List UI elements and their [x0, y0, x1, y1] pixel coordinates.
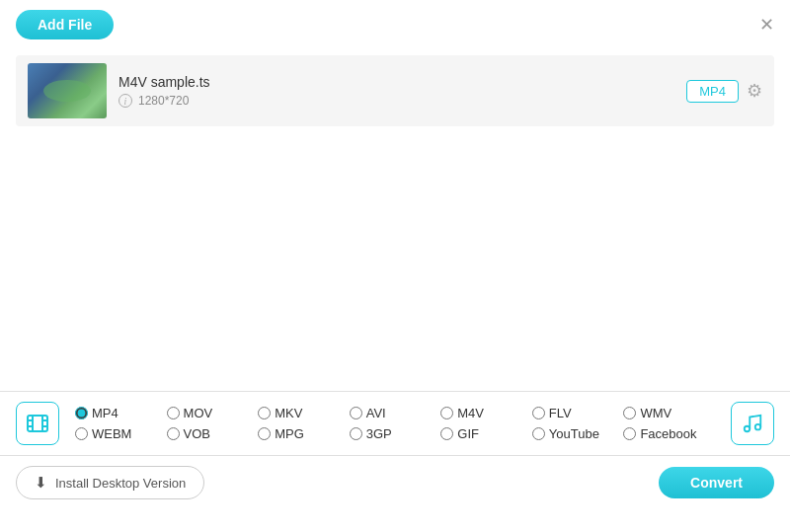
format-option-vob[interactable]: VOB: [167, 426, 259, 441]
format-option-mpg[interactable]: MPG: [258, 426, 350, 441]
install-desktop-button[interactable]: ⬇ Install Desktop Version: [16, 466, 204, 499]
file-item: M4V sample.ts i 1280*720 MP4 ⚙: [16, 55, 774, 126]
action-bar: ⬇ Install Desktop Version Convert: [0, 455, 790, 509]
top-bar: Add File ✕: [0, 0, 790, 47]
file-list: M4V sample.ts i 1280*720 MP4 ⚙: [0, 47, 790, 134]
video-format-button[interactable]: [16, 402, 59, 445]
install-label: Install Desktop Version: [55, 476, 186, 491]
info-icon: i: [118, 94, 132, 108]
format-option-mov[interactable]: MOV: [167, 406, 259, 420]
svg-point-7: [745, 426, 750, 432]
format-badge-button[interactable]: MP4: [686, 80, 739, 103]
file-actions: MP4 ⚙: [686, 80, 762, 103]
format-option-gif[interactable]: GIF: [440, 426, 532, 441]
audio-format-button[interactable]: [731, 402, 774, 445]
file-info: M4V sample.ts i 1280*720: [118, 74, 674, 108]
file-meta: i 1280*720: [118, 94, 674, 108]
format-option-mp4[interactable]: MP4: [75, 406, 167, 420]
format-option-flv[interactable]: FLV: [532, 406, 624, 420]
format-option-webm[interactable]: WEBM: [75, 426, 167, 441]
format-bar: MP4 MOV MKV AVI M4V FLV WMV WEBM VOB MPG: [0, 391, 790, 455]
content-area: [0, 134, 790, 391]
file-thumbnail: [28, 63, 107, 118]
convert-button[interactable]: Convert: [659, 467, 774, 498]
format-option-avi[interactable]: AVI: [350, 406, 441, 420]
svg-rect-0: [28, 416, 47, 431]
file-resolution: 1280*720: [138, 94, 189, 108]
formats-grid: MP4 MOV MKV AVI M4V FLV WMV WEBM VOB MPG: [75, 406, 715, 441]
close-button[interactable]: ✕: [759, 16, 774, 34]
add-file-button[interactable]: Add File: [16, 10, 114, 39]
format-option-facebook[interactable]: Facebook: [623, 426, 715, 441]
format-option-youtube[interactable]: YouTube: [532, 426, 624, 441]
download-icon: ⬇: [35, 474, 47, 492]
format-option-3gp[interactable]: 3GP: [350, 426, 441, 441]
format-option-mkv[interactable]: MKV: [258, 406, 350, 420]
file-name: M4V sample.ts: [118, 74, 674, 90]
settings-icon[interactable]: ⚙: [747, 80, 762, 102]
svg-point-8: [755, 424, 761, 430]
format-option-m4v[interactable]: M4V: [440, 406, 532, 420]
format-option-wmv[interactable]: WMV: [623, 406, 715, 420]
